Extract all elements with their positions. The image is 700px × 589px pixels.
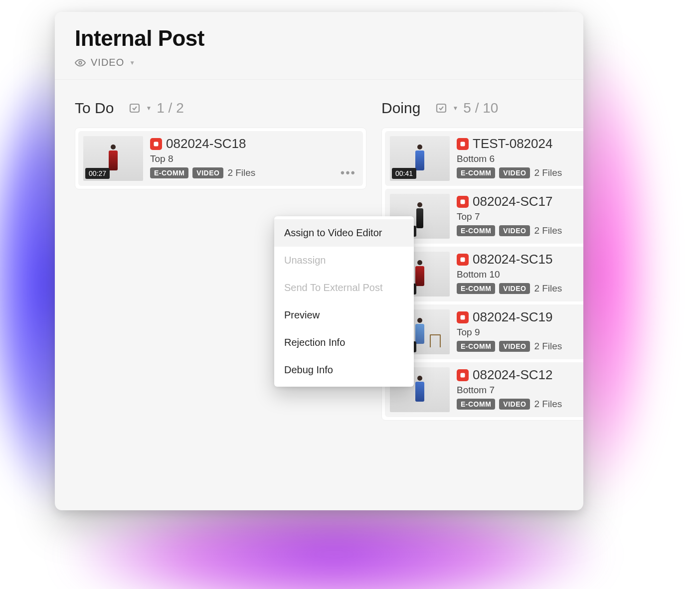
record-icon [457, 196, 469, 208]
thumbnail-figure [415, 145, 425, 172]
card-more-button[interactable]: ••• [341, 167, 356, 179]
column-count: 1 / 2 [157, 100, 183, 116]
card-title: 082024-SC15 [473, 252, 552, 267]
caret-down-icon: ▼ [452, 105, 458, 112]
card-files-count: 2 Files [534, 167, 562, 178]
record-icon [457, 138, 469, 150]
svg-rect-1 [130, 104, 139, 112]
badge-ecomm: E-COMM [457, 341, 495, 352]
column-title: Doing [381, 100, 420, 117]
record-icon [150, 138, 162, 150]
column-count-control[interactable]: ▼ 5 / 10 [435, 100, 498, 116]
thumbnail-figure [415, 318, 425, 346]
badge-ecomm: E-COMM [457, 225, 495, 236]
card-title: 082024-SC17 [473, 194, 552, 209]
card-subtitle: Top 8 [150, 153, 358, 164]
badge-video: VIDEO [499, 399, 530, 410]
card-subtitle: Bottom 7 [457, 385, 583, 396]
record-icon [457, 369, 469, 381]
card-title: 082024-SC12 [473, 367, 552, 383]
checklist-icon [129, 102, 141, 114]
record-icon [457, 311, 469, 323]
thumbnail-figure [415, 260, 425, 288]
thumbnail-figure [415, 376, 425, 404]
caret-down-icon: ▼ [146, 105, 152, 112]
record-icon [457, 254, 469, 266]
app-window: Internal Post VIDEO ▼ To Do [55, 12, 583, 510]
column-count: 5 / 10 [463, 100, 498, 116]
badge-video: VIDEO [499, 167, 530, 178]
svg-point-0 [79, 61, 82, 64]
card-files-count: 2 Files [534, 283, 562, 294]
card-subtitle: Top 9 [457, 327, 583, 338]
menu-item[interactable]: Rejection Info [274, 329, 414, 356]
badge-ecomm: E-COMM [457, 399, 495, 410]
card-context-menu: Assign to Video EditorUnassignSend To Ex… [274, 216, 414, 387]
thumbnail-figure [415, 202, 425, 230]
task-card[interactable]: 00:39082024-SC17Top 7E-COMMVIDEO2 Files [385, 189, 583, 244]
card-subtitle: Bottom 10 [457, 269, 583, 280]
card-body: 082024-SC15Bottom 10E-COMMVIDEO2 Files [457, 252, 583, 294]
card-title: 082024-SC19 [473, 309, 552, 325]
card-files-count: 2 Files [534, 225, 562, 236]
card-list-todo: 00:27082024-SC18Top 8E-COMMVIDEO2 Files•… [75, 128, 366, 189]
menu-item: Unassign [274, 247, 414, 274]
thumbnail-duration: 00:27 [85, 168, 110, 179]
task-card[interactable]: 00:27082024-SC15Bottom 10E-COMMVIDEO2 Fi… [385, 247, 583, 301]
column-count-control[interactable]: ▼ 1 / 2 [129, 100, 183, 116]
task-card[interactable]: 01:09082024-SC19Top 9E-COMMVIDEO2 Files [385, 304, 583, 359]
badge-ecomm: E-COMM [150, 167, 188, 178]
card-thumbnail[interactable]: 00:41 [390, 136, 450, 181]
task-card[interactable]: 00:27082024-SC18Top 8E-COMMVIDEO2 Files•… [78, 131, 363, 186]
menu-item[interactable]: Preview [274, 301, 414, 329]
column-header-doing: Doing ▼ 5 / 10 [381, 100, 583, 117]
thumbnail-prop [430, 334, 441, 347]
card-files-count: 2 Files [534, 341, 562, 352]
view-selector[interactable]: VIDEO ▼ [75, 57, 563, 68]
view-label: VIDEO [91, 57, 124, 68]
menu-item[interactable]: Assign to Video Editor [274, 219, 414, 247]
card-body: 082024-SC18Top 8E-COMMVIDEO2 Files [150, 136, 358, 178]
card-title: TEST-082024 [473, 136, 552, 151]
menu-item[interactable]: Debug Info [274, 356, 414, 384]
svg-rect-2 [437, 104, 446, 112]
card-body: TEST-082024Bottom 6E-COMMVIDEO2 Files [457, 136, 583, 178]
badge-ecomm: E-COMM [457, 167, 495, 178]
card-subtitle: Bottom 6 [457, 153, 583, 164]
column-header-todo: To Do ▼ 1 / 2 [75, 100, 366, 117]
task-card[interactable]: 082024-SC12Bottom 7E-COMMVIDEO2 Files [385, 362, 583, 417]
column-title: To Do [75, 100, 114, 117]
eye-icon [75, 57, 86, 68]
caret-down-icon: ▼ [129, 59, 136, 66]
card-body: 082024-SC19Top 9E-COMMVIDEO2 Files [457, 309, 583, 352]
card-body: 082024-SC12Bottom 7E-COMMVIDEO2 Files [457, 367, 583, 410]
badge-video: VIDEO [499, 341, 530, 352]
card-files-count: 2 Files [227, 167, 255, 178]
badge-video: VIDEO [499, 283, 530, 294]
page-title: Internal Post [75, 26, 563, 51]
checklist-icon [435, 102, 447, 114]
badge-video: VIDEO [499, 225, 530, 236]
thumbnail-figure [108, 145, 118, 172]
page-header: Internal Post VIDEO ▼ [55, 12, 583, 80]
card-thumbnail[interactable]: 00:27 [83, 136, 143, 181]
task-card[interactable]: 00:41TEST-082024Bottom 6E-COMMVIDEO2 Fil… [385, 131, 583, 186]
card-title: 082024-SC18 [166, 136, 246, 151]
badge-ecomm: E-COMM [457, 283, 495, 294]
card-subtitle: Top 7 [457, 211, 583, 222]
menu-item: Send To External Post [274, 274, 414, 301]
card-body: 082024-SC17Top 7E-COMMVIDEO2 Files [457, 194, 583, 236]
card-files-count: 2 Files [534, 399, 562, 410]
badge-video: VIDEO [192, 167, 223, 178]
thumbnail-duration: 00:41 [392, 168, 416, 179]
